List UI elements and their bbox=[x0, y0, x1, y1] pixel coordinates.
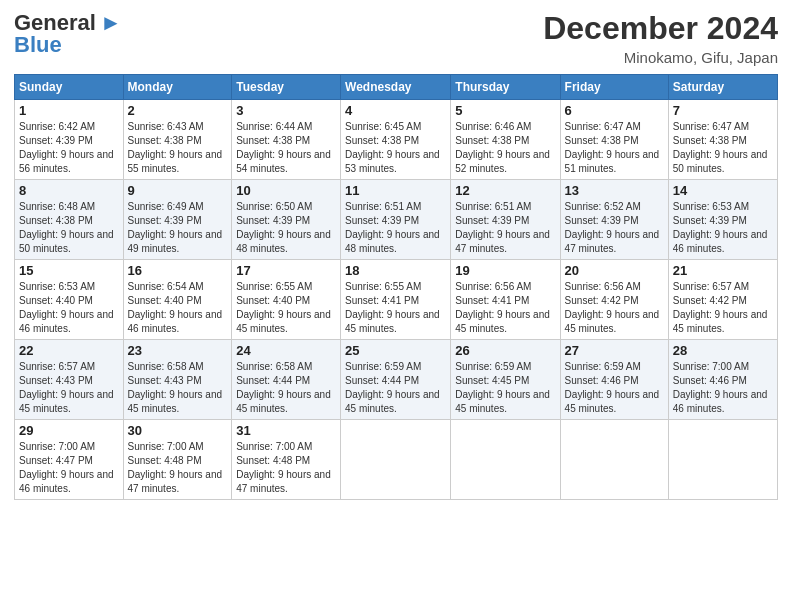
sunrise-label: Sunrise: 6:51 AM bbox=[455, 201, 531, 212]
calendar-cell-day-27: 27Sunrise: 6:59 AMSunset: 4:46 PMDayligh… bbox=[560, 340, 668, 420]
calendar-cell-day-12: 12Sunrise: 6:51 AMSunset: 4:39 PMDayligh… bbox=[451, 180, 560, 260]
sunrise-label: Sunrise: 6:47 AM bbox=[565, 121, 641, 132]
calendar-cell-day-10: 10Sunrise: 6:50 AMSunset: 4:39 PMDayligh… bbox=[232, 180, 341, 260]
day-info: Sunrise: 6:58 AMSunset: 4:44 PMDaylight:… bbox=[236, 360, 336, 416]
calendar-cell-day-26: 26Sunrise: 6:59 AMSunset: 4:45 PMDayligh… bbox=[451, 340, 560, 420]
day-number: 14 bbox=[673, 183, 773, 198]
sunset-label: Sunset: 4:43 PM bbox=[19, 375, 93, 386]
logo-icon: ► bbox=[100, 10, 122, 36]
daylight-label: Daylight: 9 hours and 45 minutes. bbox=[455, 389, 550, 414]
calendar-cell-day-20: 20Sunrise: 6:56 AMSunset: 4:42 PMDayligh… bbox=[560, 260, 668, 340]
day-info: Sunrise: 6:43 AMSunset: 4:38 PMDaylight:… bbox=[128, 120, 228, 176]
sunset-label: Sunset: 4:39 PM bbox=[128, 215, 202, 226]
daylight-label: Daylight: 9 hours and 50 minutes. bbox=[673, 149, 768, 174]
sunset-label: Sunset: 4:38 PM bbox=[455, 135, 529, 146]
day-number: 9 bbox=[128, 183, 228, 198]
sunrise-label: Sunrise: 6:55 AM bbox=[345, 281, 421, 292]
sunset-label: Sunset: 4:38 PM bbox=[128, 135, 202, 146]
calendar-row-2: 8Sunrise: 6:48 AMSunset: 4:38 PMDaylight… bbox=[15, 180, 778, 260]
day-info: Sunrise: 7:00 AMSunset: 4:47 PMDaylight:… bbox=[19, 440, 119, 496]
sunrise-label: Sunrise: 6:44 AM bbox=[236, 121, 312, 132]
day-info: Sunrise: 7:00 AMSunset: 4:48 PMDaylight:… bbox=[128, 440, 228, 496]
sunset-label: Sunset: 4:39 PM bbox=[236, 215, 310, 226]
daylight-label: Daylight: 9 hours and 52 minutes. bbox=[455, 149, 550, 174]
sunrise-label: Sunrise: 6:42 AM bbox=[19, 121, 95, 132]
day-number: 17 bbox=[236, 263, 336, 278]
calendar-cell-day-5: 5Sunrise: 6:46 AMSunset: 4:38 PMDaylight… bbox=[451, 100, 560, 180]
day-number: 18 bbox=[345, 263, 446, 278]
sunrise-label: Sunrise: 6:55 AM bbox=[236, 281, 312, 292]
sunset-label: Sunset: 4:46 PM bbox=[565, 375, 639, 386]
sunrise-label: Sunrise: 7:00 AM bbox=[236, 441, 312, 452]
sunset-label: Sunset: 4:40 PM bbox=[128, 295, 202, 306]
sunrise-label: Sunrise: 6:57 AM bbox=[19, 361, 95, 372]
sunset-label: Sunset: 4:39 PM bbox=[673, 215, 747, 226]
daylight-label: Daylight: 9 hours and 48 minutes. bbox=[236, 229, 331, 254]
day-info: Sunrise: 6:56 AMSunset: 4:42 PMDaylight:… bbox=[565, 280, 664, 336]
day-number: 11 bbox=[345, 183, 446, 198]
day-number: 22 bbox=[19, 343, 119, 358]
calendar-cell-day-17: 17Sunrise: 6:55 AMSunset: 4:40 PMDayligh… bbox=[232, 260, 341, 340]
calendar-cell-day-31: 31Sunrise: 7:00 AMSunset: 4:48 PMDayligh… bbox=[232, 420, 341, 500]
calendar-row-4: 22Sunrise: 6:57 AMSunset: 4:43 PMDayligh… bbox=[15, 340, 778, 420]
sunrise-label: Sunrise: 7:00 AM bbox=[128, 441, 204, 452]
day-number: 15 bbox=[19, 263, 119, 278]
day-number: 2 bbox=[128, 103, 228, 118]
day-info: Sunrise: 6:55 AMSunset: 4:41 PMDaylight:… bbox=[345, 280, 446, 336]
sunset-label: Sunset: 4:38 PM bbox=[236, 135, 310, 146]
day-info: Sunrise: 6:53 AMSunset: 4:40 PMDaylight:… bbox=[19, 280, 119, 336]
daylight-label: Daylight: 9 hours and 45 minutes. bbox=[236, 309, 331, 334]
day-info: Sunrise: 6:48 AMSunset: 4:38 PMDaylight:… bbox=[19, 200, 119, 256]
sunset-label: Sunset: 4:39 PM bbox=[565, 215, 639, 226]
sunset-label: Sunset: 4:42 PM bbox=[673, 295, 747, 306]
daylight-label: Daylight: 9 hours and 51 minutes. bbox=[565, 149, 660, 174]
daylight-label: Daylight: 9 hours and 49 minutes. bbox=[128, 229, 223, 254]
day-number: 25 bbox=[345, 343, 446, 358]
sunrise-label: Sunrise: 6:52 AM bbox=[565, 201, 641, 212]
day-number: 4 bbox=[345, 103, 446, 118]
day-info: Sunrise: 7:00 AMSunset: 4:48 PMDaylight:… bbox=[236, 440, 336, 496]
sunrise-label: Sunrise: 6:49 AM bbox=[128, 201, 204, 212]
sunrise-label: Sunrise: 6:56 AM bbox=[455, 281, 531, 292]
sunset-label: Sunset: 4:47 PM bbox=[19, 455, 93, 466]
day-info: Sunrise: 6:51 AMSunset: 4:39 PMDaylight:… bbox=[455, 200, 555, 256]
sunset-label: Sunset: 4:44 PM bbox=[345, 375, 419, 386]
day-info: Sunrise: 6:55 AMSunset: 4:40 PMDaylight:… bbox=[236, 280, 336, 336]
month-title: December 2024 bbox=[543, 10, 778, 47]
calendar-header-thursday: Thursday bbox=[451, 75, 560, 100]
calendar-cell-day-23: 23Sunrise: 6:58 AMSunset: 4:43 PMDayligh… bbox=[123, 340, 232, 420]
calendar-header-tuesday: Tuesday bbox=[232, 75, 341, 100]
calendar-header-sunday: Sunday bbox=[15, 75, 124, 100]
day-info: Sunrise: 6:57 AMSunset: 4:43 PMDaylight:… bbox=[19, 360, 119, 416]
sunset-label: Sunset: 4:38 PM bbox=[19, 215, 93, 226]
sunrise-label: Sunrise: 6:45 AM bbox=[345, 121, 421, 132]
sunrise-label: Sunrise: 6:53 AM bbox=[19, 281, 95, 292]
daylight-label: Daylight: 9 hours and 47 minutes. bbox=[236, 469, 331, 494]
calendar-header-monday: Monday bbox=[123, 75, 232, 100]
day-number: 26 bbox=[455, 343, 555, 358]
day-info: Sunrise: 6:45 AMSunset: 4:38 PMDaylight:… bbox=[345, 120, 446, 176]
calendar-cell-day-11: 11Sunrise: 6:51 AMSunset: 4:39 PMDayligh… bbox=[341, 180, 451, 260]
day-number: 3 bbox=[236, 103, 336, 118]
calendar-cell-day-7: 7Sunrise: 6:47 AMSunset: 4:38 PMDaylight… bbox=[668, 100, 777, 180]
sunrise-label: Sunrise: 6:58 AM bbox=[128, 361, 204, 372]
calendar-cell-day-18: 18Sunrise: 6:55 AMSunset: 4:41 PMDayligh… bbox=[341, 260, 451, 340]
sunset-label: Sunset: 4:43 PM bbox=[128, 375, 202, 386]
sunset-label: Sunset: 4:38 PM bbox=[345, 135, 419, 146]
calendar-header-row: SundayMondayTuesdayWednesdayThursdayFrid… bbox=[15, 75, 778, 100]
calendar-cell-day-30: 30Sunrise: 7:00 AMSunset: 4:48 PMDayligh… bbox=[123, 420, 232, 500]
calendar-cell-empty bbox=[560, 420, 668, 500]
sunrise-label: Sunrise: 6:54 AM bbox=[128, 281, 204, 292]
daylight-label: Daylight: 9 hours and 45 minutes. bbox=[236, 389, 331, 414]
sunset-label: Sunset: 4:44 PM bbox=[236, 375, 310, 386]
calendar-cell-day-14: 14Sunrise: 6:53 AMSunset: 4:39 PMDayligh… bbox=[668, 180, 777, 260]
calendar-cell-day-4: 4Sunrise: 6:45 AMSunset: 4:38 PMDaylight… bbox=[341, 100, 451, 180]
day-number: 21 bbox=[673, 263, 773, 278]
calendar-header-saturday: Saturday bbox=[668, 75, 777, 100]
day-number: 1 bbox=[19, 103, 119, 118]
day-number: 7 bbox=[673, 103, 773, 118]
daylight-label: Daylight: 9 hours and 45 minutes. bbox=[345, 389, 440, 414]
sunset-label: Sunset: 4:46 PM bbox=[673, 375, 747, 386]
daylight-label: Daylight: 9 hours and 45 minutes. bbox=[565, 309, 660, 334]
title-block: December 2024 Minokamo, Gifu, Japan bbox=[543, 10, 778, 66]
